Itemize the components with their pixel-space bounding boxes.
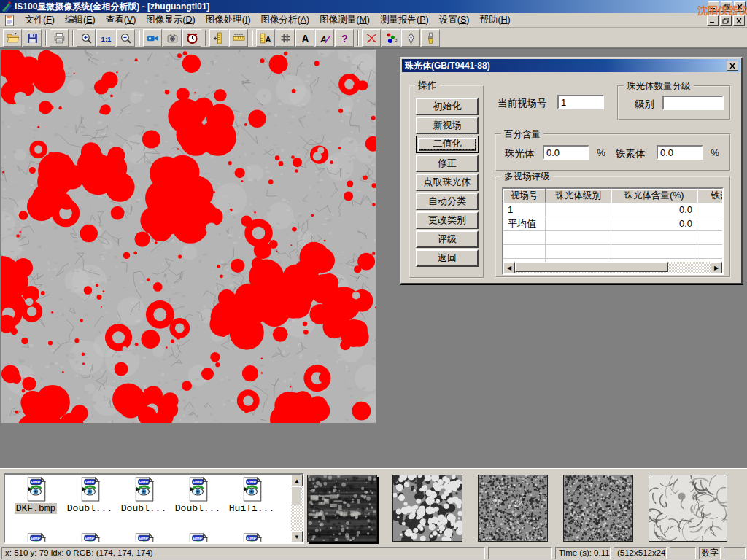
file-item-row2-4[interactable]: BMP bbox=[171, 533, 224, 544]
status-mouse-info: x: 510 y: 79 idx: 0 RGB: (174, 174, 174) bbox=[1, 547, 485, 559]
table-row-4[interactable] bbox=[503, 245, 722, 259]
table-row-1[interactable]: 10.0 bbox=[503, 203, 722, 217]
menu-item-3[interactable]: 查看(V) bbox=[101, 13, 142, 27]
svg-text:BMP: BMP bbox=[85, 536, 95, 540]
zoom-out-button[interactable] bbox=[116, 29, 135, 47]
scroll-track[interactable] bbox=[515, 262, 711, 273]
timer-clock-button[interactable] bbox=[182, 29, 201, 47]
menu-item-9[interactable]: 设置(S) bbox=[434, 13, 475, 27]
scroll-left-button[interactable]: ◀ bbox=[503, 262, 515, 273]
op-button-7[interactable]: 更改类别 bbox=[416, 211, 479, 229]
op-button-9[interactable]: 返回 bbox=[416, 249, 479, 267]
file-name: HuiTi... bbox=[228, 503, 276, 514]
scroll-thumb[interactable] bbox=[515, 262, 668, 272]
zoom-in-button[interactable] bbox=[77, 29, 96, 47]
table-header-3[interactable]: 珠光体含量(%) bbox=[611, 189, 697, 203]
title-bar: IS100显微摄像系统(金相分析版) - [zhuguangti01] bbox=[0, 0, 747, 13]
table-row-3[interactable] bbox=[503, 231, 722, 245]
menu-item-10[interactable]: 帮助(H) bbox=[474, 13, 515, 27]
pearlite-unit: % bbox=[597, 147, 605, 158]
thumb-4[interactable] bbox=[563, 475, 633, 542]
text-annotate-button[interactable]: A bbox=[295, 29, 314, 47]
toolbar-separator bbox=[252, 30, 253, 46]
file-item-row2-3[interactable]: BMP bbox=[117, 533, 170, 544]
svg-text:BMP: BMP bbox=[85, 480, 95, 484]
camera-capture-button[interactable] bbox=[163, 29, 182, 47]
op-button-2[interactable]: 新视场 bbox=[416, 117, 479, 134]
menu-item-6[interactable]: 图像分析(A) bbox=[256, 13, 315, 27]
menu-item-2[interactable]: 编辑(E) bbox=[60, 13, 101, 27]
pen-tool-button[interactable] bbox=[401, 29, 420, 47]
table-row-2[interactable]: 平均值0.0 bbox=[503, 217, 722, 231]
edit-annotate-button[interactable]: A bbox=[315, 29, 334, 47]
file-scroll-thumb[interactable] bbox=[291, 486, 301, 505]
metallographic-image[interactable] bbox=[1, 50, 376, 423]
file-item-5[interactable]: BMPHuiTi... bbox=[225, 477, 278, 514]
op-button-6[interactable]: 自动分类 bbox=[416, 192, 479, 210]
toolbar-separator bbox=[72, 30, 74, 46]
file-item-row2-5[interactable]: BMP bbox=[225, 533, 278, 544]
table-header-1[interactable]: 视场号 bbox=[503, 189, 546, 203]
file-item-row2-2[interactable]: BMP bbox=[63, 533, 116, 544]
bmp-file-icon: BMP bbox=[131, 477, 156, 502]
file-scrollbar[interactable]: ▲ ▼ bbox=[291, 475, 303, 542]
help-button[interactable]: ? bbox=[335, 29, 354, 47]
level-input[interactable] bbox=[662, 96, 724, 110]
svg-text:3: 3 bbox=[395, 37, 397, 42]
ferrite-percent-input[interactable] bbox=[657, 145, 703, 160]
file-item-row2-1[interactable]: BMP bbox=[9, 533, 62, 544]
toolbar-separator bbox=[139, 30, 140, 46]
table-cell bbox=[546, 245, 611, 259]
dialog-close-button[interactable] bbox=[727, 61, 738, 71]
open-file-button[interactable] bbox=[3, 29, 22, 47]
op-button-8[interactable]: 评级 bbox=[416, 230, 479, 248]
op-button-3[interactable]: 二值化 bbox=[416, 136, 479, 153]
thumb-1[interactable] bbox=[307, 475, 377, 542]
actual-size-button[interactable]: 1:1 bbox=[96, 29, 115, 47]
bmp-file-icon: BMP bbox=[77, 533, 102, 544]
file-item-3[interactable]: BMPDoubl... bbox=[117, 477, 170, 514]
op-button-1[interactable]: 初始化 bbox=[416, 98, 479, 115]
op-button-4[interactable]: 修正 bbox=[416, 155, 479, 172]
rating-table: 视场号珠光体级别珠光体含量(%)铁素体含量(%) 10.0平均值0.0 ◀ ▶ bbox=[502, 187, 724, 275]
thumb-3[interactable] bbox=[478, 475, 548, 542]
thumb-2[interactable] bbox=[392, 475, 462, 542]
file-item-4[interactable]: BMPDoubl... bbox=[171, 477, 224, 514]
caliper-measure-button[interactable] bbox=[209, 29, 228, 47]
file-item-1[interactable]: BMPDKF.bmp bbox=[9, 477, 62, 514]
svg-text:BMP: BMP bbox=[247, 536, 257, 540]
phase-colors-icon: 3 bbox=[385, 32, 398, 44]
phase-colors-button[interactable]: 3 bbox=[382, 29, 400, 47]
file-scroll-down-button[interactable]: ▼ bbox=[291, 531, 303, 542]
thumb-5[interactable] bbox=[649, 475, 727, 542]
menu-item-7[interactable]: 图像测量(M) bbox=[314, 13, 375, 27]
scroll-right-button[interactable]: ▶ bbox=[711, 262, 722, 273]
video-camera-button[interactable] bbox=[143, 29, 162, 47]
menu-item-1[interactable]: 文件(F) bbox=[20, 13, 60, 27]
file-browser: ▲ ▼ BMPDKF.bmpBMPDoubl...BMPDoubl...BMPD… bbox=[4, 473, 304, 544]
rating-table-header: 视场号珠光体级别珠光体含量(%)铁素体含量(%) bbox=[503, 189, 722, 203]
grid-calibrate-button[interactable] bbox=[276, 29, 295, 47]
op-button-5[interactable]: 点取珠光体 bbox=[416, 174, 479, 191]
menu-item-8[interactable]: 测量报告(P) bbox=[375, 13, 434, 27]
file-scroll-up-button[interactable]: ▲ bbox=[291, 475, 303, 486]
print-button[interactable] bbox=[50, 29, 69, 47]
brush-tool-button[interactable] bbox=[421, 29, 440, 47]
measure-text-button[interactable]: A bbox=[256, 29, 275, 47]
ruler-measure-button[interactable] bbox=[229, 29, 248, 47]
table-header-4[interactable]: 铁素体含量(%) bbox=[697, 189, 724, 203]
dialog-title: 珠光体(GB/T9441-88) bbox=[405, 60, 490, 72]
menu-item-5[interactable]: 图像处理(I) bbox=[201, 13, 256, 27]
save-file-button[interactable] bbox=[23, 29, 42, 47]
table-header-2[interactable]: 珠光体级别 bbox=[546, 189, 611, 203]
current-field-input[interactable] bbox=[557, 95, 604, 109]
operation-group: 操作 初始化新视场二值化修正点取珠光体自动分类更改类别评级返回 bbox=[409, 85, 484, 279]
timer-clock-icon bbox=[186, 32, 198, 44]
curve-tool-button[interactable] bbox=[362, 29, 381, 47]
document-icon: DOC bbox=[4, 15, 15, 26]
pearlite-percent-input[interactable] bbox=[543, 145, 589, 160]
table-cell bbox=[697, 245, 724, 259]
menu-item-4[interactable]: 图像显示(D) bbox=[141, 13, 200, 27]
file-item-2[interactable]: BMPDoubl... bbox=[63, 477, 116, 514]
table-hscrollbar[interactable]: ◀ ▶ bbox=[503, 262, 722, 273]
